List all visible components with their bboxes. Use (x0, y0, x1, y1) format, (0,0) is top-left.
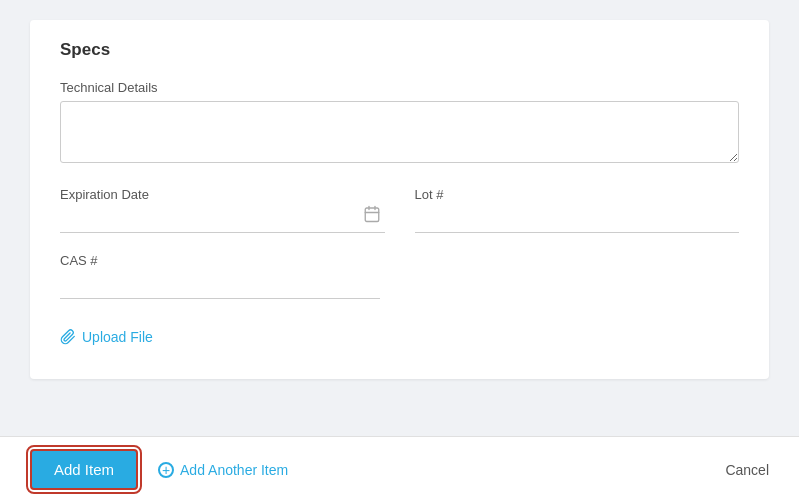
cas-input[interactable] (60, 274, 380, 299)
expiration-date-col: Expiration Date (60, 187, 385, 253)
lot-label: Lot # (415, 187, 740, 202)
date-lot-row: Expiration Date (60, 187, 739, 253)
date-wrapper (60, 208, 385, 233)
add-item-button[interactable]: Add Item (30, 449, 138, 490)
upload-file-link[interactable]: Upload File (60, 329, 153, 345)
expiration-date-input[interactable] (60, 208, 385, 233)
lot-group: Lot # (415, 187, 740, 233)
footer-bar: Add Item + Add Another Item Cancel (0, 436, 799, 502)
svg-rect-0 (365, 208, 379, 222)
upload-section: Upload File (60, 319, 739, 349)
cas-group: CAS # (60, 253, 739, 299)
technical-details-label: Technical Details (60, 80, 739, 95)
calendar-icon[interactable] (363, 205, 381, 227)
plus-circle-icon: + (158, 462, 174, 478)
technical-details-group: Technical Details (60, 80, 739, 167)
paperclip-icon (60, 329, 76, 345)
technical-details-input[interactable] (60, 101, 739, 163)
expiration-date-group: Expiration Date (60, 187, 385, 233)
section-title: Specs (60, 40, 739, 60)
lot-col: Lot # (415, 187, 740, 253)
cas-label: CAS # (60, 253, 739, 268)
cancel-button[interactable]: Cancel (725, 462, 769, 478)
specs-card: Specs Technical Details Expiration Date (30, 20, 769, 379)
lot-input[interactable] (415, 208, 740, 233)
main-content: Specs Technical Details Expiration Date (0, 0, 799, 436)
add-another-item-button[interactable]: + Add Another Item (158, 462, 288, 478)
expiration-date-label: Expiration Date (60, 187, 385, 202)
